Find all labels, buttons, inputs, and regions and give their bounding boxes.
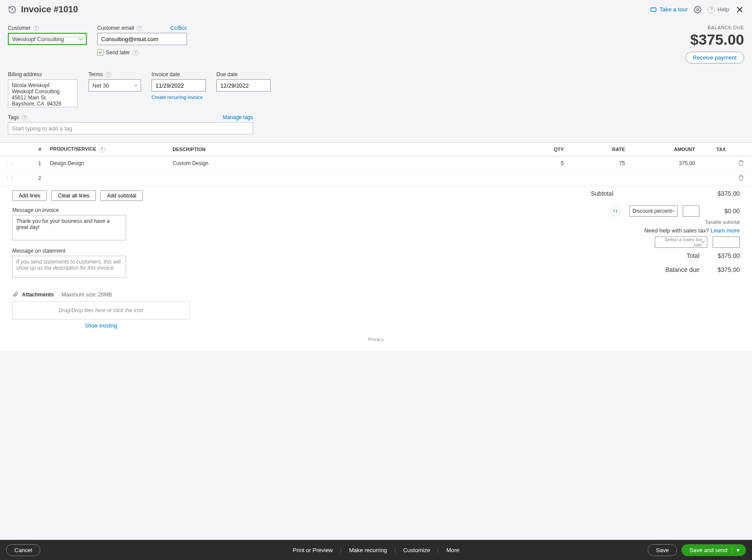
send-later-label: Send later: [106, 49, 130, 56]
close-icon[interactable]: [735, 5, 744, 14]
take-tour-link[interactable]: Take a tour: [650, 6, 688, 13]
th-num: #: [19, 143, 46, 156]
drag-handle-icon[interactable]: ⋮⋮: [4, 175, 15, 181]
line-items-area: # PRODUCT/SERVICE ? DESCRIPTION QTY RATE…: [0, 142, 752, 351]
msg-statement-label: Message on statement: [12, 248, 196, 254]
drag-handle-icon[interactable]: ⋮⋮: [4, 160, 15, 166]
chevron-down-icon: [672, 208, 675, 211]
cc-bcc-link[interactable]: Cc/Bcc: [170, 25, 187, 31]
help-icon[interactable]: ?: [21, 115, 27, 120]
email-input[interactable]: [97, 33, 187, 45]
tags-input[interactable]: [8, 122, 253, 134]
msg-statement-input[interactable]: [12, 256, 126, 278]
add-subtotal-button[interactable]: Add subtotal: [100, 190, 143, 201]
cell-num: 1: [19, 156, 46, 171]
cell-rate[interactable]: 75: [568, 156, 629, 171]
billing-input[interactable]: [8, 79, 78, 107]
help-icon[interactable]: ?: [133, 50, 138, 56]
cell-qty[interactable]: 5: [511, 156, 568, 171]
cell-product[interactable]: [46, 171, 168, 186]
customer-field: Customer ? Weiskopf Consulting: [8, 25, 87, 63]
th-desc: DESCRIPTION: [168, 143, 511, 156]
terms-select[interactable]: Net 30: [88, 79, 141, 92]
discount-value: $0.00: [705, 208, 740, 215]
svg-point-1: [697, 8, 699, 11]
discount-label: Discount percent: [632, 208, 672, 214]
cell-amount[interactable]: [629, 171, 699, 186]
billing-field: Billing address: [8, 71, 78, 107]
balance-due-value: $375.00: [705, 266, 740, 273]
svg-rect-0: [651, 8, 656, 11]
dropzone-text: Drag/Drop files here or click the icon: [59, 307, 143, 313]
cell-rate[interactable]: [568, 171, 629, 186]
terms-label: Terms: [88, 71, 103, 77]
receive-payment-button[interactable]: Receive payment: [685, 52, 744, 63]
balance-due-label: Balance due: [665, 266, 699, 273]
discount-select[interactable]: Discount percent: [629, 205, 678, 217]
attachments-label: Attachments: [22, 292, 54, 298]
sales-tax-amount-input[interactable]: [713, 236, 740, 248]
discount-percent-input[interactable]: [683, 205, 699, 217]
take-tour-label: Take a tour: [660, 6, 688, 13]
taxable-subtotal-label: Taxable subtotal: [705, 219, 740, 225]
tags-section: Tags ? Manage tags: [8, 114, 744, 134]
header: Invoice #1010 Take a tour ? Help: [0, 0, 752, 19]
attachments-max: Maximum size: 20MB: [62, 292, 112, 298]
attachments-dropzone[interactable]: Drag/Drop files here or click the icon: [12, 301, 190, 320]
terms-value: Net 30: [92, 82, 109, 89]
chevron-down-icon: [702, 239, 705, 243]
msg-invoice-label: Message on invoice: [12, 207, 196, 213]
show-existing-link[interactable]: Show existing: [85, 323, 117, 329]
add-lines-button[interactable]: Add lines: [12, 190, 47, 201]
help-icon: ?: [708, 6, 715, 13]
cell-num: 2: [19, 171, 46, 186]
th-amount: AMOUNT: [629, 143, 699, 156]
due-date-input[interactable]: [216, 79, 271, 92]
learn-more-link[interactable]: Learn more: [711, 227, 740, 234]
sales-tax-help-text: Need help with sales tax?: [644, 227, 709, 234]
th-tax: TAX: [699, 143, 730, 156]
chevron-down-icon: [134, 83, 138, 86]
cell-tax[interactable]: [699, 171, 730, 186]
trash-icon[interactable]: [738, 176, 744, 182]
cell-amount[interactable]: 375.00: [629, 156, 699, 171]
help-icon[interactable]: ?: [99, 147, 105, 152]
due-date-field: Due date: [216, 71, 271, 107]
balance-block: BALANCE DUE $375.00 Receive payment: [685, 25, 744, 63]
table-row[interactable]: ⋮⋮ 2: [0, 171, 752, 186]
table-row[interactable]: ⋮⋮ 1 Design:Design Custom Design 5 75 37…: [0, 156, 752, 171]
customer-select[interactable]: Weiskopf Consulting: [8, 33, 87, 45]
help-icon[interactable]: ?: [137, 25, 142, 31]
th-rate: RATE: [568, 143, 629, 156]
msg-invoice-input[interactable]: [12, 215, 126, 240]
trash-icon[interactable]: [738, 161, 744, 167]
history-icon[interactable]: [8, 5, 17, 14]
balance-due-amount: $375.00: [685, 31, 744, 48]
cell-product[interactable]: Design:Design: [46, 156, 168, 171]
settings-icon[interactable]: [694, 6, 702, 14]
terms-field: Terms ? Net 30: [88, 71, 141, 107]
subtotal-label: Subtotal: [591, 190, 613, 197]
balance-due-label: BALANCE DUE: [685, 25, 744, 30]
chevron-down-icon: [79, 36, 83, 41]
help-icon[interactable]: ?: [33, 25, 39, 31]
total-label: Total: [686, 252, 699, 259]
send-later-checkbox[interactable]: [97, 49, 103, 56]
manage-tags-link[interactable]: Manage tags: [223, 114, 253, 120]
swap-icon[interactable]: [610, 206, 621, 216]
clear-all-lines-button[interactable]: Clear all lines: [51, 190, 96, 201]
invoice-date-input[interactable]: [152, 79, 206, 92]
cell-desc[interactable]: Custom Design: [168, 156, 511, 171]
cell-tax[interactable]: [699, 156, 730, 171]
customer-value: Weiskopf Consulting: [12, 36, 64, 42]
help-icon[interactable]: ?: [106, 72, 111, 77]
create-recurring-link[interactable]: Create recurring invoice: [152, 95, 206, 100]
tags-label: Tags: [8, 114, 19, 120]
cell-qty[interactable]: [511, 171, 568, 186]
privacy-link[interactable]: Privacy: [0, 337, 752, 342]
billing-label: Billing address: [8, 71, 78, 77]
line-items-table: # PRODUCT/SERVICE ? DESCRIPTION QTY RATE…: [0, 142, 752, 186]
help-link[interactable]: ? Help: [708, 6, 729, 13]
cell-desc[interactable]: [168, 171, 511, 186]
sales-tax-select[interactable]: Select a sales tax rate: [655, 236, 707, 248]
